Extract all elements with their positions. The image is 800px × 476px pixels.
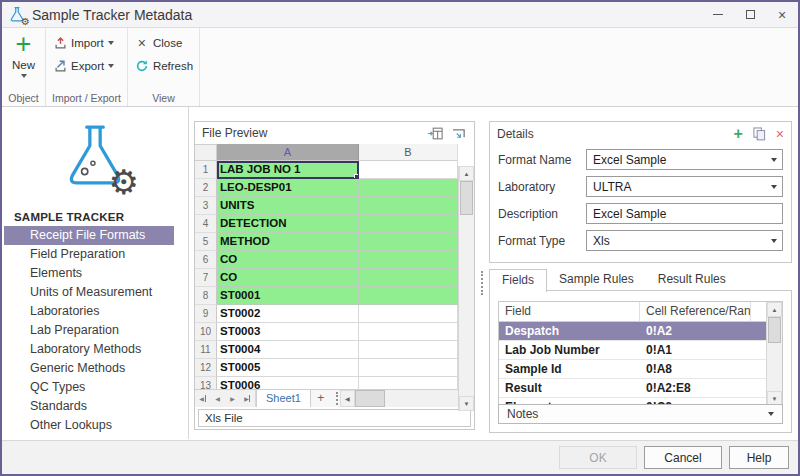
add-sheet-button[interactable]: + — [311, 390, 331, 407]
notes-expander[interactable]: Notes — [498, 404, 783, 424]
tab-fields[interactable]: Fields — [489, 269, 547, 292]
sheet-tab[interactable]: Sheet1 — [256, 390, 311, 407]
sidebar-item-field-preparation[interactable]: Field Preparation — [2, 245, 188, 264]
scroll-left-icon[interactable]: ◀ — [340, 390, 355, 407]
table-row-sample-id[interactable]: Sample Id0!A8 — [499, 360, 766, 379]
field-column-header[interactable]: Field — [499, 302, 640, 321]
sidebar-item-laboratories[interactable]: Laboratories — [2, 302, 188, 321]
rules-tabstrip: Fields Sample Rules Result Rules — [489, 269, 792, 291]
app-window: ⚙ Sample Tracker Metadata × + New Object — [0, 0, 800, 476]
import-button[interactable]: Import — [52, 31, 121, 54]
cell-reference-column-header[interactable]: Cell Reference/Range — [640, 302, 751, 321]
ok-button[interactable]: OK — [559, 446, 637, 469]
sample-tracker-logo-icon: ⚙ — [53, 119, 137, 203]
sidebar-item-other-lookups[interactable]: Other Lookups — [2, 416, 188, 435]
field-mapping-icon[interactable] — [427, 127, 443, 140]
close-view-button[interactable]: × Close — [134, 31, 193, 54]
ribbon: + New Object Import — [2, 28, 798, 107]
help-button[interactable]: Help — [729, 446, 789, 469]
panel-splitter[interactable] — [481, 271, 484, 295]
laboratory-label: Laboratory — [498, 180, 586, 194]
dropdown-arrow-icon[interactable] — [765, 177, 782, 196]
sidebar-item-qc-types[interactable]: QC Types — [2, 378, 188, 397]
column-header-row: A B — [195, 144, 474, 161]
sidebar-item-receipt-file-formats[interactable]: Receipt File Formats — [4, 226, 174, 245]
description-input[interactable] — [586, 203, 783, 224]
grid-horizontal-scrollbar[interactable]: ◀ ▶ — [340, 390, 474, 407]
scrollbar-thumb[interactable] — [460, 181, 473, 215]
scroll-up-icon[interactable]: ▲ — [459, 166, 474, 181]
copy-format-button[interactable] — [753, 127, 766, 141]
laboratory-row: Laboratory ULTRA — [490, 173, 791, 200]
scrollbar-thumb[interactable] — [355, 390, 385, 407]
grid-row: 5METHOD — [195, 233, 474, 251]
first-sheet-button[interactable]: ◀ — [195, 390, 210, 407]
grid-row: 8ST0001 — [195, 287, 474, 305]
dropdown-arrow-icon[interactable] — [765, 150, 782, 169]
scrollbar-thumb[interactable] — [768, 317, 781, 343]
format-name-row: Format Name Excel Sample — [490, 146, 791, 173]
refresh-button[interactable]: Refresh — [134, 54, 193, 77]
export-button[interactable]: Export — [52, 54, 121, 77]
sidebar-item-lab-preparation[interactable]: Lab Preparation — [2, 321, 188, 340]
scroll-up-icon[interactable]: ▲ — [767, 302, 782, 317]
minimize-icon — [713, 14, 723, 15]
fields-tab-content: Field Cell Reference/Range Despatch0!A2 … — [489, 290, 792, 433]
laboratory-combo[interactable]: ULTRA — [586, 176, 783, 197]
close-window-button[interactable]: × — [766, 2, 798, 27]
sheetbar-splitter[interactable] — [333, 392, 338, 405]
titlebar: ⚙ Sample Tracker Metadata × — [2, 2, 798, 28]
format-type-combo[interactable]: Xls — [586, 230, 783, 251]
format-name-combo[interactable]: Excel Sample — [586, 149, 783, 170]
column-header-b[interactable]: B — [359, 144, 458, 161]
tab-sample-rules[interactable]: Sample Rules — [547, 269, 646, 291]
notes-label: Notes — [507, 407, 538, 421]
scroll-down-icon[interactable]: ▼ — [459, 396, 474, 411]
details-panel: Details + × Format Name Excel Sample Lab… — [489, 121, 792, 263]
main-area: ⚙ SAMPLE TRACKER Receipt File Formats Fi… — [2, 107, 798, 439]
sidebar-item-generic-methods[interactable]: Generic Methods — [2, 359, 188, 378]
delete-format-button[interactable]: × — [776, 127, 784, 141]
sidebar-item-elements[interactable]: Elements — [2, 264, 188, 283]
description-row: Description — [490, 200, 791, 227]
grid-vertical-scrollbar[interactable]: ▲ ▼ — [458, 166, 474, 411]
details-header: Details + × — [490, 122, 791, 146]
dropdown-arrow-icon[interactable] — [765, 231, 782, 250]
window-controls: × — [702, 2, 798, 27]
tab-result-rules[interactable]: Result Rules — [646, 269, 738, 291]
expand-arrow-icon — [768, 412, 774, 416]
format-name-label: Format Name — [498, 153, 586, 167]
selected-cell-a1[interactable]: LAB JOB NO 1 — [217, 161, 359, 179]
last-sheet-button[interactable]: ▶ — [240, 390, 255, 407]
export-button-label: Export — [71, 60, 104, 72]
next-sheet-button[interactable]: ▶ — [225, 390, 240, 407]
file-preview-header: File Preview — [195, 122, 474, 144]
cancel-button[interactable]: Cancel — [644, 446, 722, 469]
cell-b1[interactable] — [359, 161, 458, 179]
table-row-lab-job-number[interactable]: Lab Job Number0!A1 — [499, 341, 766, 360]
ribbon-group-label-object: Object — [2, 91, 45, 106]
new-button[interactable]: + New — [8, 31, 39, 79]
fit-to-size-icon[interactable] — [452, 127, 467, 140]
add-format-button[interactable]: + — [733, 126, 742, 142]
sidebar-item-laboratory-methods[interactable]: Laboratory Methods — [2, 340, 188, 359]
file-preview-title: File Preview — [202, 126, 267, 140]
close-icon: × — [778, 8, 786, 22]
sidebar-item-units-of-measurement[interactable]: Units of Measurement — [2, 283, 188, 302]
fill-handle[interactable] — [354, 174, 359, 179]
sheet-navigation-bar: ◀ ◀ ▶ ▶ Sheet1 + ◀ ▶ — [195, 389, 474, 407]
maximize-button[interactable] — [734, 2, 766, 27]
grid-corner-cell[interactable] — [195, 144, 217, 161]
column-header-a[interactable]: A — [217, 144, 359, 161]
table-row-despatch[interactable]: Despatch0!A2 — [499, 322, 766, 341]
table-row-result[interactable]: Result0!A2:E8 — [499, 379, 766, 398]
import-icon — [52, 36, 68, 50]
caret-down-icon — [108, 41, 114, 45]
minimize-button[interactable] — [702, 2, 734, 27]
fields-table-scrollbar[interactable]: ▲ ▼ — [766, 302, 782, 406]
prev-sheet-button[interactable]: ◀ — [210, 390, 225, 407]
sidebar-header: SAMPLE TRACKER — [14, 211, 188, 223]
ribbon-group-import-export: Import Export Import / Export — [46, 28, 128, 106]
fields-table: Field Cell Reference/Range Despatch0!A2 … — [498, 301, 783, 407]
sidebar-item-standards[interactable]: Standards — [2, 397, 188, 416]
